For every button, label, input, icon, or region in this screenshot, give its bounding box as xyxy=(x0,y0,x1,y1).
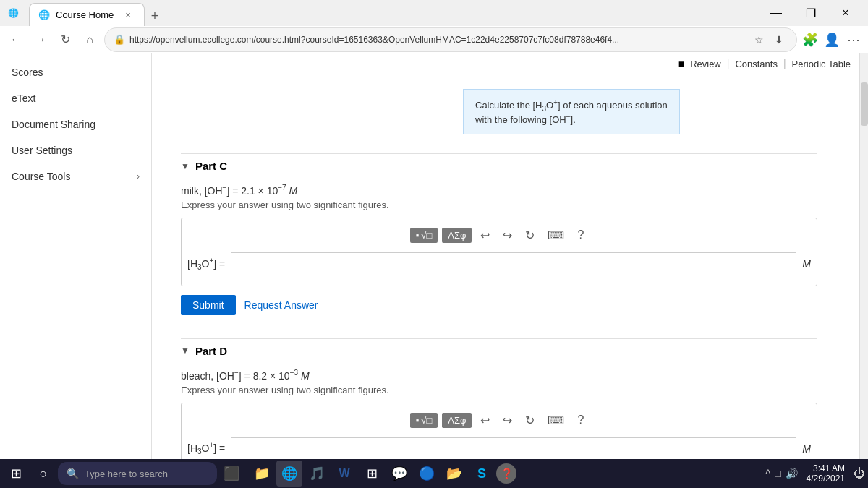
part-d-math-btn1-sqrt: √□ xyxy=(421,415,432,426)
part-c-answer-input[interactable] xyxy=(231,252,796,275)
window-controls: — ❐ × xyxy=(760,1,862,25)
folder-icon[interactable]: 📂 xyxy=(441,461,467,487)
part-c-header[interactable]: ▼ Part C xyxy=(181,153,817,178)
time-display: 3:41 AM xyxy=(807,463,845,474)
part-c-answer-label: [H3O+] = xyxy=(187,257,225,271)
volume-icon[interactable]: 🔊 xyxy=(786,468,798,479)
problem-hint-text: Calculate the [H3O+] of each aqueous sol… xyxy=(475,100,668,125)
collection-icon[interactable]: ⬇ xyxy=(770,31,788,48)
caret-icon[interactable]: ^ xyxy=(766,468,771,479)
part-c-redo-button[interactable]: ↪ xyxy=(498,227,516,244)
sidebar-item-etext[interactable]: eText xyxy=(0,85,151,111)
browser-tab-active[interactable]: 🌐 Course Home × xyxy=(29,3,145,26)
math-btn1-icon: ▪ xyxy=(416,230,420,241)
notification-icon[interactable]: ⏻ xyxy=(854,467,865,480)
home-button[interactable]: ⌂ xyxy=(80,30,100,50)
spotify-icon[interactable]: 🎵 xyxy=(304,461,330,487)
taskbar-search[interactable]: 🔍 Type here to search xyxy=(58,462,217,485)
forward-button[interactable]: → xyxy=(30,30,51,50)
part-d-redo-button[interactable]: ↪ xyxy=(498,412,516,429)
start-button[interactable]: ⊞ xyxy=(3,461,29,487)
address-field[interactable]: 🔒 https://openvellum.ecollege.com/course… xyxy=(104,27,797,52)
sidebar-item-course-tools[interactable]: Course Tools › xyxy=(0,163,151,189)
part-d-math-btn1[interactable]: ▪ √□ xyxy=(410,413,438,428)
part-c-question: milk, [OH−] = 2.1 × 10−7 M xyxy=(181,184,817,197)
part-c-request-answer-link[interactable]: Request Answer xyxy=(244,299,318,311)
new-tab-button[interactable]: + xyxy=(145,6,165,26)
part-c-btn-row: Submit Request Answer xyxy=(181,295,817,315)
search-icon: 🔍 xyxy=(67,468,79,479)
settings-icon[interactable]: ⋯ xyxy=(845,31,862,48)
scrollbar-thumb[interactable] xyxy=(861,82,868,126)
profile-icon[interactable]: 👤 xyxy=(823,31,841,48)
cortana-button[interactable]: ○ xyxy=(30,461,56,487)
part-c-undo-button[interactable]: ↩ xyxy=(476,227,494,244)
sidebar-label-etext: eText xyxy=(12,93,35,104)
grid-icon[interactable]: ⊞ xyxy=(359,461,385,487)
periodic-table-link[interactable]: Periodic Table xyxy=(792,59,851,69)
maximize-button[interactable]: ❐ xyxy=(794,1,827,25)
part-d-math-btn1-icon: ▪ xyxy=(416,415,420,426)
bookmark-icon: ■ xyxy=(678,58,684,69)
sidebar-label-scores: Scores xyxy=(12,67,43,78)
sidebar-label-user-settings: User Settings xyxy=(12,145,72,156)
taskbar: ⊞ ○ 🔍 Type here to search ⬛ 📁 🌐 🎵 W ⊞ 💬 … xyxy=(0,459,868,488)
star-icon[interactable]: ☆ xyxy=(750,31,767,48)
part-d-question: bleach, [OH−] = 8.2 × 10−3 M xyxy=(181,369,817,382)
taskbar-right: ^ □ 🔊 3:41 AM 4/29/2021 ⏻ xyxy=(766,463,865,484)
part-d-answer-input[interactable] xyxy=(231,437,796,461)
minimize-button[interactable]: — xyxy=(760,1,793,25)
search-placeholder: Type here to search xyxy=(85,468,168,479)
part-d-math-btn2[interactable]: ΑΣφ xyxy=(442,413,472,428)
sidebar-label-document-sharing: Document Sharing xyxy=(12,119,95,130)
action-center-icon[interactable]: □ xyxy=(775,468,780,479)
help-icon[interactable]: ❓ xyxy=(496,463,516,484)
address-bar-row: ← → ↻ ⌂ 🔒 https://openvellum.ecollege.co… xyxy=(0,26,868,53)
part-d-undo-button[interactable]: ↩ xyxy=(476,412,494,429)
content-area: ■ Review | Constants | Periodic Table Ca… xyxy=(152,53,859,488)
part-d-help-button[interactable]: ? xyxy=(573,412,588,428)
part-c-keyboard-button[interactable]: ⌨ xyxy=(543,227,569,244)
url-text: https://openvellum.ecollege.com/course.h… xyxy=(129,35,746,45)
taskbar-clock[interactable]: 3:41 AM 4/29/2021 xyxy=(801,463,851,484)
discord-icon[interactable]: 🔵 xyxy=(414,461,440,487)
chevron-right-icon: › xyxy=(137,171,140,181)
close-button[interactable]: × xyxy=(829,1,862,25)
content-top-bar: ■ Review | Constants | Periodic Table xyxy=(152,53,859,74)
word-icon[interactable]: W xyxy=(331,461,357,487)
tab-title: Course Home xyxy=(56,9,114,20)
file-explorer-icon[interactable]: 📁 xyxy=(249,461,275,487)
sidebar-item-user-settings[interactable]: User Settings xyxy=(0,137,151,163)
part-c-help-button[interactable]: ? xyxy=(573,227,588,243)
main-layout: Scores eText Document Sharing User Setti… xyxy=(0,53,868,488)
scrollbar-track[interactable] xyxy=(859,53,868,488)
lock-icon: 🔒 xyxy=(114,34,125,45)
part-d-keyboard-button[interactable]: ⌨ xyxy=(543,412,569,429)
math-btn2-text: ΑΣφ xyxy=(448,230,466,241)
task-view-button[interactable]: ⬛ xyxy=(218,461,244,487)
part-d-header[interactable]: ▼ Part D xyxy=(181,338,817,363)
constants-link[interactable]: Constants xyxy=(735,59,778,69)
skype-icon[interactable]: S xyxy=(469,461,495,487)
sidebar-item-document-sharing[interactable]: Document Sharing xyxy=(0,111,151,137)
edge-icon[interactable]: 🌐 xyxy=(276,461,302,487)
part-c-math-btn1[interactable]: ▪ √□ xyxy=(410,228,438,243)
refresh-button[interactable]: ↻ xyxy=(55,30,75,50)
review-link[interactable]: Review xyxy=(690,59,721,69)
problem-hint-box: Calculate the [H3O+] of each aqueous sol… xyxy=(463,89,680,134)
part-d-arrow-icon: ▼ xyxy=(181,346,190,356)
extensions-icon[interactable]: 🧩 xyxy=(801,31,819,48)
taskbar-pinned-apps: 📁 🌐 🎵 W ⊞ 💬 🔵 📂 S ❓ xyxy=(249,461,516,487)
part-d-refresh-button[interactable]: ↻ xyxy=(521,412,539,429)
sidebar-item-scores[interactable]: Scores xyxy=(0,59,151,85)
part-d-answer-unit: M xyxy=(802,443,811,455)
chat-icon[interactable]: 💬 xyxy=(386,461,412,487)
part-c-refresh-button[interactable]: ↻ xyxy=(521,227,539,244)
part-c-submit-button[interactable]: Submit xyxy=(181,295,236,315)
sidebar: Scores eText Document Sharing User Setti… xyxy=(0,53,152,488)
tab-close-button[interactable]: × xyxy=(125,9,131,20)
part-c-answer-row: [H3O+] = M xyxy=(187,252,811,275)
back-button[interactable]: ← xyxy=(6,30,26,50)
part-c-input-area: ▪ √□ ΑΣφ ↩ ↪ ↻ ⌨ ? [H3O+] = M xyxy=(181,218,817,286)
part-c-math-btn2[interactable]: ΑΣφ xyxy=(442,228,472,243)
